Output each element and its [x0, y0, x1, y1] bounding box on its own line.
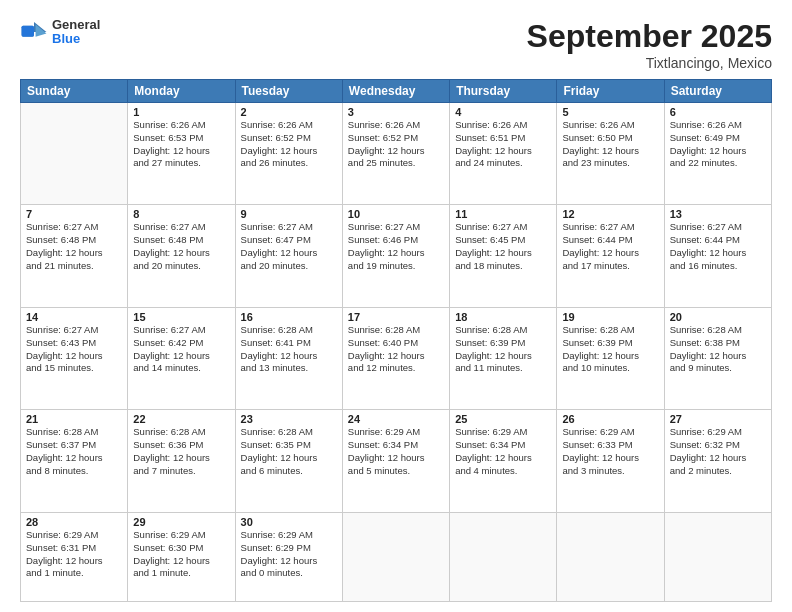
day-number: 25 [455, 413, 551, 425]
day-info: Sunrise: 6:26 AM Sunset: 6:49 PM Dayligh… [670, 119, 766, 170]
day-info: Sunrise: 6:26 AM Sunset: 6:52 PM Dayligh… [241, 119, 337, 170]
calendar-day [664, 512, 771, 601]
calendar-header-monday: Monday [128, 80, 235, 103]
day-number: 11 [455, 208, 551, 220]
logo: General Blue [20, 18, 100, 47]
calendar-week-row: 28Sunrise: 6:29 AM Sunset: 6:31 PM Dayli… [21, 512, 772, 601]
day-info: Sunrise: 6:27 AM Sunset: 6:42 PM Dayligh… [133, 324, 229, 375]
calendar-day: 5Sunrise: 6:26 AM Sunset: 6:50 PM Daylig… [557, 103, 664, 205]
svg-marker-3 [36, 25, 47, 37]
calendar-day: 23Sunrise: 6:28 AM Sunset: 6:35 PM Dayli… [235, 410, 342, 512]
day-number: 2 [241, 106, 337, 118]
calendar-week-row: 1Sunrise: 6:26 AM Sunset: 6:53 PM Daylig… [21, 103, 772, 205]
calendar-day: 26Sunrise: 6:29 AM Sunset: 6:33 PM Dayli… [557, 410, 664, 512]
calendar-day: 22Sunrise: 6:28 AM Sunset: 6:36 PM Dayli… [128, 410, 235, 512]
day-info: Sunrise: 6:29 AM Sunset: 6:34 PM Dayligh… [455, 426, 551, 477]
day-info: Sunrise: 6:27 AM Sunset: 6:44 PM Dayligh… [562, 221, 658, 272]
title-block: September 2025 Tixtlancingo, Mexico [527, 18, 772, 71]
day-number: 10 [348, 208, 444, 220]
calendar-day [342, 512, 449, 601]
day-number: 23 [241, 413, 337, 425]
calendar-day: 12Sunrise: 6:27 AM Sunset: 6:44 PM Dayli… [557, 205, 664, 307]
calendar-day: 19Sunrise: 6:28 AM Sunset: 6:39 PM Dayli… [557, 307, 664, 409]
calendar-day: 7Sunrise: 6:27 AM Sunset: 6:48 PM Daylig… [21, 205, 128, 307]
day-info: Sunrise: 6:29 AM Sunset: 6:34 PM Dayligh… [348, 426, 444, 477]
day-number: 8 [133, 208, 229, 220]
calendar-day: 8Sunrise: 6:27 AM Sunset: 6:48 PM Daylig… [128, 205, 235, 307]
calendar-header-wednesday: Wednesday [342, 80, 449, 103]
day-number: 19 [562, 311, 658, 323]
calendar-header-row: SundayMondayTuesdayWednesdayThursdayFrid… [21, 80, 772, 103]
day-number: 22 [133, 413, 229, 425]
calendar-day: 2Sunrise: 6:26 AM Sunset: 6:52 PM Daylig… [235, 103, 342, 205]
day-info: Sunrise: 6:29 AM Sunset: 6:33 PM Dayligh… [562, 426, 658, 477]
day-number: 5 [562, 106, 658, 118]
logo-icon [20, 18, 48, 46]
day-info: Sunrise: 6:28 AM Sunset: 6:35 PM Dayligh… [241, 426, 337, 477]
calendar-header-tuesday: Tuesday [235, 80, 342, 103]
day-number: 14 [26, 311, 122, 323]
calendar-header-saturday: Saturday [664, 80, 771, 103]
day-number: 27 [670, 413, 766, 425]
day-number: 21 [26, 413, 122, 425]
day-info: Sunrise: 6:27 AM Sunset: 6:46 PM Dayligh… [348, 221, 444, 272]
calendar-day: 30Sunrise: 6:29 AM Sunset: 6:29 PM Dayli… [235, 512, 342, 601]
calendar-day: 1Sunrise: 6:26 AM Sunset: 6:53 PM Daylig… [128, 103, 235, 205]
calendar-day: 18Sunrise: 6:28 AM Sunset: 6:39 PM Dayli… [450, 307, 557, 409]
day-info: Sunrise: 6:27 AM Sunset: 6:48 PM Dayligh… [26, 221, 122, 272]
calendar-day: 27Sunrise: 6:29 AM Sunset: 6:32 PM Dayli… [664, 410, 771, 512]
day-number: 3 [348, 106, 444, 118]
logo-general: General [52, 18, 100, 32]
day-info: Sunrise: 6:29 AM Sunset: 6:31 PM Dayligh… [26, 529, 122, 580]
day-info: Sunrise: 6:28 AM Sunset: 6:39 PM Dayligh… [562, 324, 658, 375]
calendar-day: 4Sunrise: 6:26 AM Sunset: 6:51 PM Daylig… [450, 103, 557, 205]
day-number: 12 [562, 208, 658, 220]
day-info: Sunrise: 6:27 AM Sunset: 6:43 PM Dayligh… [26, 324, 122, 375]
day-number: 29 [133, 516, 229, 528]
calendar-day: 14Sunrise: 6:27 AM Sunset: 6:43 PM Dayli… [21, 307, 128, 409]
page: General Blue September 2025 Tixtlancingo… [0, 0, 792, 612]
calendar-day: 25Sunrise: 6:29 AM Sunset: 6:34 PM Dayli… [450, 410, 557, 512]
calendar-day [21, 103, 128, 205]
month-title: September 2025 [527, 18, 772, 55]
calendar-day [557, 512, 664, 601]
day-number: 26 [562, 413, 658, 425]
calendar-day: 17Sunrise: 6:28 AM Sunset: 6:40 PM Dayli… [342, 307, 449, 409]
day-number: 28 [26, 516, 122, 528]
day-info: Sunrise: 6:26 AM Sunset: 6:51 PM Dayligh… [455, 119, 551, 170]
day-info: Sunrise: 6:26 AM Sunset: 6:50 PM Dayligh… [562, 119, 658, 170]
header: General Blue September 2025 Tixtlancingo… [20, 18, 772, 71]
day-number: 30 [241, 516, 337, 528]
calendar-day: 24Sunrise: 6:29 AM Sunset: 6:34 PM Dayli… [342, 410, 449, 512]
calendar-day: 3Sunrise: 6:26 AM Sunset: 6:52 PM Daylig… [342, 103, 449, 205]
day-info: Sunrise: 6:28 AM Sunset: 6:38 PM Dayligh… [670, 324, 766, 375]
day-info: Sunrise: 6:27 AM Sunset: 6:48 PM Dayligh… [133, 221, 229, 272]
logo-blue: Blue [52, 32, 100, 46]
calendar-header-thursday: Thursday [450, 80, 557, 103]
calendar-header-friday: Friday [557, 80, 664, 103]
day-number: 18 [455, 311, 551, 323]
calendar-day: 28Sunrise: 6:29 AM Sunset: 6:31 PM Dayli… [21, 512, 128, 601]
calendar-day: 29Sunrise: 6:29 AM Sunset: 6:30 PM Dayli… [128, 512, 235, 601]
day-info: Sunrise: 6:28 AM Sunset: 6:37 PM Dayligh… [26, 426, 122, 477]
day-number: 17 [348, 311, 444, 323]
calendar-day: 6Sunrise: 6:26 AM Sunset: 6:49 PM Daylig… [664, 103, 771, 205]
day-info: Sunrise: 6:29 AM Sunset: 6:30 PM Dayligh… [133, 529, 229, 580]
day-number: 16 [241, 311, 337, 323]
day-info: Sunrise: 6:28 AM Sunset: 6:39 PM Dayligh… [455, 324, 551, 375]
day-number: 13 [670, 208, 766, 220]
day-number: 15 [133, 311, 229, 323]
calendar-day: 11Sunrise: 6:27 AM Sunset: 6:45 PM Dayli… [450, 205, 557, 307]
calendar-day: 15Sunrise: 6:27 AM Sunset: 6:42 PM Dayli… [128, 307, 235, 409]
calendar-day: 20Sunrise: 6:28 AM Sunset: 6:38 PM Dayli… [664, 307, 771, 409]
day-number: 1 [133, 106, 229, 118]
day-info: Sunrise: 6:27 AM Sunset: 6:47 PM Dayligh… [241, 221, 337, 272]
calendar-week-row: 7Sunrise: 6:27 AM Sunset: 6:48 PM Daylig… [21, 205, 772, 307]
day-number: 7 [26, 208, 122, 220]
day-info: Sunrise: 6:29 AM Sunset: 6:29 PM Dayligh… [241, 529, 337, 580]
day-info: Sunrise: 6:26 AM Sunset: 6:52 PM Dayligh… [348, 119, 444, 170]
calendar-header-sunday: Sunday [21, 80, 128, 103]
day-info: Sunrise: 6:28 AM Sunset: 6:40 PM Dayligh… [348, 324, 444, 375]
day-info: Sunrise: 6:26 AM Sunset: 6:53 PM Dayligh… [133, 119, 229, 170]
day-number: 9 [241, 208, 337, 220]
